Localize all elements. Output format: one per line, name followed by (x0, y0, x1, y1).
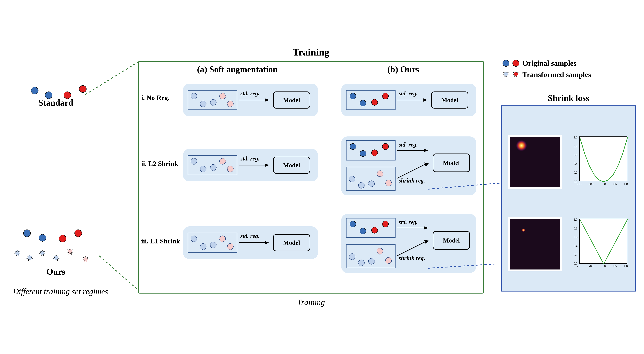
heatmap-l2 (508, 135, 562, 189)
arrow-icon (397, 225, 430, 231)
svg-line-9 (99, 256, 138, 290)
svg-line-26 (428, 183, 501, 189)
svg-marker-15 (265, 164, 269, 167)
svg-marker-3 (27, 254, 33, 261)
svg-marker-11 (265, 98, 269, 102)
dot-blue (31, 87, 38, 94)
ann-stdreg: std. reg. (398, 141, 418, 148)
svg-line-18 (397, 164, 425, 178)
blue-title: Shrink loss (501, 93, 636, 103)
sample-dot (219, 93, 226, 100)
arrow-icon (239, 162, 270, 168)
svg-marker-6 (67, 248, 73, 254)
sample-dot (377, 170, 383, 177)
sample-dot (227, 101, 234, 107)
sample-dot (360, 228, 366, 234)
samplebox (346, 90, 396, 110)
model-label: Model (443, 237, 460, 244)
model-box: Model (433, 154, 470, 172)
sample-dot (385, 180, 392, 186)
sample-dot (368, 258, 375, 264)
sample-dot (191, 158, 197, 164)
sample-dot (382, 221, 389, 227)
model-label: Model (283, 162, 300, 169)
model-label: Model (442, 96, 458, 104)
legend-star-red (512, 71, 519, 78)
sample-dot (358, 182, 365, 188)
heatmap-l1 (508, 217, 562, 271)
dot-blue (39, 234, 46, 242)
model-box: Model (433, 231, 470, 250)
sample-dot (360, 150, 366, 157)
samplebox-orig (346, 218, 396, 238)
caption-training: Training (138, 298, 484, 307)
legend-star-blue (502, 71, 509, 78)
svg-rect-38 (510, 219, 560, 270)
dot-red (59, 235, 66, 242)
dot-blue (23, 230, 31, 237)
plot-l1: 0.0 0.2 0.4 0.6 0.8 1.0 -1.0 -0.5 0.0 0.… (571, 217, 630, 271)
svg-marker-23 (424, 226, 428, 230)
samplebox (188, 155, 237, 175)
sample-dot (377, 248, 383, 254)
samplebox-trans (346, 167, 396, 191)
dot-red (64, 92, 71, 99)
sample-dot (200, 101, 206, 107)
arrow-icon (397, 161, 431, 180)
sample-dot (219, 158, 226, 164)
svg-point-31 (514, 138, 538, 164)
legend-row-transformed: Transformed samples (502, 70, 591, 79)
ann-stdreg: std. reg. (398, 219, 418, 226)
sample-dot (350, 93, 356, 100)
row-l2: ii. L2 Shrink (141, 160, 182, 168)
blue-connector-l2 (428, 183, 510, 202)
svg-marker-1 (513, 71, 519, 77)
ann-stdreg: std. reg. (240, 155, 260, 162)
svg-marker-0 (503, 71, 509, 77)
legend: Original samples Transformed samples (502, 59, 591, 79)
model-box: Model (273, 156, 310, 174)
legend-row-original: Original samples (502, 59, 591, 68)
arrow-icon (397, 147, 430, 154)
samplebox-trans (346, 244, 396, 268)
card-soft-noreg: std. reg. Model (183, 84, 318, 116)
sample-dot (368, 180, 375, 187)
sample-dot (210, 164, 216, 171)
col-header-ours: (b) Ours (334, 64, 473, 74)
svg-marker-4 (39, 250, 45, 256)
sample-dot (227, 243, 234, 250)
sample-dot (349, 253, 355, 260)
card-soft-l2: std. reg. Model (183, 149, 318, 182)
blue-connector-l1 (428, 264, 510, 279)
samplebox (188, 232, 237, 253)
col-header-soft: (a) Soft augmentation (168, 64, 307, 74)
sample-dot (371, 99, 378, 106)
svg-marker-2 (14, 250, 20, 256)
sample-dot (210, 99, 216, 106)
ann-stdreg: std. reg. (398, 90, 418, 97)
dot-blue (45, 92, 52, 99)
svg-marker-21 (265, 241, 269, 244)
sample-dot (200, 166, 206, 172)
svg-line-28 (428, 264, 501, 268)
svg-line-24 (397, 242, 425, 256)
row-l1: iii. L1 Shrink (141, 237, 182, 245)
model-label: Model (443, 159, 460, 166)
sample-dot (382, 143, 389, 150)
sample-dot (210, 242, 216, 248)
row-noreg: i. No Reg. (141, 94, 182, 102)
sample-dot (360, 100, 366, 106)
arrow-icon (397, 239, 431, 258)
sample-dot (219, 236, 226, 242)
arrow-icon (239, 97, 270, 103)
model-box: Model (273, 234, 310, 251)
model-label: Model (283, 96, 300, 104)
model-box: Model (273, 92, 310, 108)
sample-dot (200, 243, 206, 250)
sample-dot (191, 93, 197, 100)
samplebox-orig (346, 140, 396, 160)
legend-transformed-label: Transformed samples (522, 70, 591, 79)
svg-marker-5 (53, 254, 59, 261)
model-label: Model (283, 239, 300, 246)
samplebox (188, 90, 237, 110)
